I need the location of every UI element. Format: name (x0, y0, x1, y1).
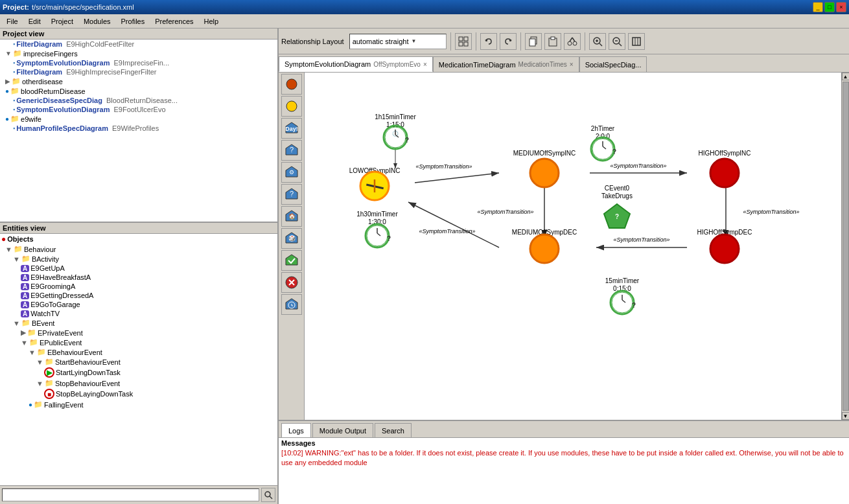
menu-project[interactable]: Project (46, 16, 78, 27)
list-item[interactable]: A E9GroomingA (0, 282, 277, 291)
cut-button[interactable] (564, 33, 581, 50)
svg-point-13 (573, 41, 577, 45)
canvas-scrollbar[interactable]: ▲ ▼ (841, 73, 849, 420)
svg-text:TakeDrugs: TakeDrugs (601, 192, 633, 200)
tab-medication-time[interactable]: MedicationTimeDiagram MedicationTimes × (433, 56, 579, 72)
left-panel: Project view ▪ FilterDiagram E9HighColdF… (0, 29, 279, 504)
close-button[interactable]: × (836, 2, 846, 12)
menu-file[interactable]: File (1, 16, 23, 27)
diagram-icon: ▪ (13, 69, 15, 75)
list-item[interactable]: ▪ GenericDiseaseSpecDiag BloodReturnDise… (0, 96, 277, 105)
tool-5[interactable]: 🏠 (281, 206, 302, 227)
list-item[interactable]: ● 📁 e9wife (0, 114, 277, 124)
canvas-area[interactable]: «SymptomTransition» «SymptomTransition» … (305, 73, 849, 420)
svg-point-26 (286, 79, 297, 89)
redo-button[interactable] (500, 33, 517, 50)
grid-button[interactable] (455, 33, 472, 50)
folder-icon: 📁 (12, 77, 21, 86)
list-item[interactable]: A WatchTV (0, 309, 277, 318)
tool-3[interactable]: ⚙ (281, 162, 302, 183)
expand-icon: ▼ (36, 358, 43, 366)
list-item[interactable]: A E9GoToGarage (0, 300, 277, 309)
svg-text:MEDIUMOffSympINC: MEDIUMOffSympINC (513, 150, 576, 157)
layout-dropdown[interactable]: automatic straight ▼ (349, 34, 447, 49)
list-item[interactable]: ▼ 📁 StopBehaviourEvent (0, 378, 277, 388)
scroll-thumb[interactable] (843, 82, 849, 411)
tab-close-button2[interactable]: × (570, 61, 574, 68)
entities-tree[interactable]: ● Objects ▼ 📁 Behaviour ▼ 📁 BActivity A (0, 234, 277, 485)
list-item[interactable]: A E9HaveBreakfastA (0, 273, 277, 282)
calendar-tool-button[interactable]: Day! (281, 118, 302, 139)
menu-modules[interactable]: Modules (78, 16, 116, 27)
list-item[interactable]: ▼ 📁 EBehaviourEvent (0, 347, 277, 357)
zoom-in-button[interactable] (589, 33, 606, 50)
list-item[interactable]: ▼ 📁 BEvent (0, 318, 277, 328)
tab-social-spec[interactable]: SocialSpecDiag... (579, 56, 647, 72)
list-item[interactable]: ▼ 📁 Behaviour (0, 244, 277, 254)
svg-rect-23 (633, 38, 640, 45)
minimize-button[interactable]: _ (813, 2, 823, 12)
list-item[interactable]: ▼ 📁 impreciseFingers (0, 49, 277, 58)
svg-line-14 (570, 38, 572, 41)
log-tab-module-output[interactable]: Module Output (312, 423, 373, 437)
list-item[interactable]: ● Objects (0, 234, 277, 244)
svg-text:«SymptomTransition»: «SymptomTransition» (614, 236, 670, 243)
entities-view: Entities view ● Objects ▼ 📁 Behaviour ▼ … (0, 223, 277, 504)
start-event-icon: ▶ (44, 367, 54, 378)
list-item[interactable]: ▼ 📁 EPublicEvent (0, 338, 277, 347)
tab-symptom-evolution[interactable]: SymptomEvolutionDiagram OffSymptomEvo × (279, 56, 433, 72)
tab-label: MedicationTimeDiagram (439, 61, 516, 69)
copy-button[interactable] (525, 33, 542, 50)
svg-point-102 (710, 235, 739, 263)
search-execute-button[interactable] (261, 488, 275, 502)
svg-line-15 (572, 38, 575, 41)
list-item[interactable]: ▼ 📁 BActivity (0, 254, 277, 264)
log-tab-search[interactable]: Search (375, 423, 412, 437)
list-item[interactable]: ▪ FilterDiagram E9HighImpreciseFingerFil… (0, 67, 277, 76)
timer-tool-button[interactable] (281, 294, 302, 315)
list-item[interactable]: ▶ 📁 otherdisease (0, 76, 277, 86)
dice-tool-button[interactable]: 🎲 (281, 228, 302, 249)
cancel-tool-button[interactable] (281, 272, 302, 293)
list-item[interactable]: ● 📁 bloodReturnDisease (0, 86, 277, 96)
list-item[interactable]: ▪ SymptomEvolutionDiagram E9FootUlcerEvo (0, 105, 277, 114)
list-item[interactable]: A E9GetUpA (0, 264, 277, 273)
diagram-icon: ▪ (13, 97, 15, 104)
list-item[interactable]: ▶ 📁 EPrivateEvent (0, 328, 277, 338)
svg-text:CEvent0: CEvent0 (605, 185, 630, 192)
tool-4[interactable]: ? (281, 184, 302, 205)
undo-button[interactable] (480, 33, 497, 50)
list-item[interactable]: A E9GettingDressedA (0, 291, 277, 300)
list-item[interactable]: ▪ HumanProfileSpecDiagram E9WifeProfiles (0, 124, 277, 133)
list-item[interactable]: ▪ SymptomEvolutionDiagram E9ImpreciseFin… (0, 58, 277, 67)
menu-help[interactable]: Help (199, 16, 224, 27)
tab-close-button[interactable]: × (423, 61, 427, 68)
scroll-up-button[interactable]: ▲ (842, 73, 850, 80)
select-tool-button[interactable] (281, 74, 302, 95)
list-item[interactable]: ▪ FilterDiagram E9HighColdFeetFilter (0, 40, 277, 49)
list-item[interactable]: ■ StopBeLayingDownTask (0, 388, 277, 400)
folder-icon: 📁 (29, 338, 38, 347)
svg-text:⚙: ⚙ (289, 169, 294, 176)
zoom-out-button[interactable] (609, 33, 625, 50)
menu-preferences[interactable]: Preferences (150, 16, 198, 27)
entities-view-header: Entities view (0, 223, 277, 234)
svg-text:🎲: 🎲 (288, 235, 296, 242)
project-tree[interactable]: ▪ FilterDiagram E9HighColdFeetFilter ▼ 📁… (0, 40, 277, 222)
menu-profiles[interactable]: Profiles (116, 16, 150, 27)
maximize-button[interactable]: □ (824, 2, 835, 12)
list-item[interactable]: ▶ StartLyingDownTask (0, 367, 277, 378)
state-tool-button[interactable] (281, 96, 302, 117)
config-tool-button[interactable]: ? (281, 140, 302, 161)
search-input[interactable] (2, 488, 259, 501)
log-tab-logs[interactable]: Logs (281, 423, 311, 437)
list-item[interactable]: ▼ 📁 StartBehaviourEvent (0, 357, 277, 367)
fit-button[interactable] (628, 33, 645, 50)
check-tool-button[interactable] (281, 250, 302, 271)
folder-icon: 📁 (27, 328, 36, 337)
paste-button[interactable] (544, 33, 561, 50)
scroll-down-button[interactable]: ▼ (842, 412, 850, 420)
expand-icon: ▶ (5, 78, 10, 85)
menu-edit[interactable]: Edit (23, 16, 46, 27)
list-item[interactable]: ● 📁 FallingEvent (0, 400, 277, 409)
